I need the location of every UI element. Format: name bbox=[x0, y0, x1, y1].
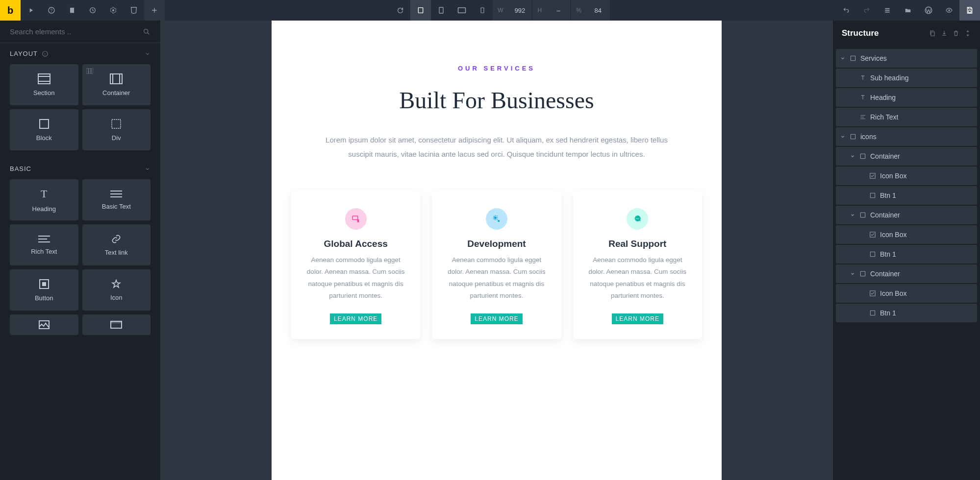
trash-icon[interactable] bbox=[953, 30, 959, 37]
element-rich-text[interactable]: Rich Text bbox=[10, 224, 78, 265]
svg-point-10 bbox=[948, 9, 950, 11]
search-input[interactable] bbox=[10, 27, 143, 36]
info-icon: i bbox=[42, 50, 49, 57]
toggle-icon[interactable] bbox=[849, 213, 856, 217]
node-type-icon bbox=[867, 290, 878, 297]
element-div[interactable]: Div bbox=[82, 109, 151, 150]
toggle-icon[interactable] bbox=[839, 56, 847, 61]
reload-button[interactable] bbox=[390, 0, 410, 21]
pages-button[interactable] bbox=[62, 0, 82, 21]
svg-rect-23 bbox=[40, 120, 49, 128]
copy-icon[interactable] bbox=[929, 30, 936, 37]
viewport-desktop[interactable] bbox=[410, 0, 431, 21]
list-button[interactable] bbox=[877, 0, 898, 21]
element-image[interactable] bbox=[10, 314, 78, 335]
tree-node[interactable]: icons bbox=[836, 127, 977, 146]
learn-more-button[interactable]: LEARN MORE bbox=[330, 313, 381, 324]
undo-button[interactable] bbox=[836, 0, 856, 21]
add-element-button[interactable] bbox=[144, 0, 165, 21]
tree-node[interactable]: Icon Box bbox=[836, 284, 977, 303]
tree-node[interactable]: Btn 1 bbox=[836, 186, 977, 205]
expand-icon[interactable] bbox=[964, 30, 971, 37]
hero-heading[interactable]: Built For Businesses bbox=[291, 87, 702, 114]
tree-node[interactable]: Heading bbox=[836, 88, 977, 107]
history-button[interactable] bbox=[82, 0, 103, 21]
element-video[interactable] bbox=[82, 314, 151, 335]
logo[interactable]: b bbox=[0, 0, 21, 21]
width-value[interactable]: 992 bbox=[508, 0, 531, 21]
settings-button[interactable] bbox=[103, 0, 124, 21]
node-label: Icon Box bbox=[880, 231, 906, 239]
category-layout[interactable]: LAYOUT i bbox=[0, 43, 160, 64]
viewport-tablet-portrait[interactable] bbox=[431, 0, 452, 21]
tree-node[interactable]: Container bbox=[836, 264, 977, 283]
toggle-icon[interactable] bbox=[849, 154, 856, 159]
download-icon[interactable] bbox=[941, 30, 948, 37]
tree-node[interactable]: Sub heading bbox=[836, 69, 977, 87]
element-container[interactable]: Container bbox=[82, 64, 151, 105]
card-development[interactable]: Development Aenean commodo ligula egget … bbox=[432, 191, 561, 339]
element-heading[interactable]: T Heading bbox=[10, 179, 78, 220]
node-label: Rich Text bbox=[870, 113, 898, 121]
svg-rect-5 bbox=[418, 8, 423, 13]
eyebrow[interactable]: OUR SERVICES bbox=[291, 65, 702, 72]
card-real-support[interactable]: Real Support Aenean commodo ligula egget… bbox=[573, 191, 702, 339]
node-label: Container bbox=[870, 152, 900, 160]
css-button[interactable] bbox=[124, 0, 144, 21]
redo-button[interactable] bbox=[856, 0, 877, 21]
tree-node[interactable]: Icon Box bbox=[836, 167, 977, 185]
tree-node[interactable]: Btn 1 bbox=[836, 304, 977, 322]
tree-node[interactable]: Container bbox=[836, 206, 977, 224]
svg-rect-46 bbox=[860, 154, 865, 158]
node-type-icon bbox=[848, 55, 858, 62]
element-basic-text[interactable]: Basic Text bbox=[82, 179, 151, 220]
svg-rect-17 bbox=[86, 68, 88, 74]
wordpress-button[interactable] bbox=[918, 0, 939, 21]
card-text: Aenean commodo ligula egget dolor. Aenea… bbox=[445, 254, 548, 302]
structure-tree: ServicesSub headingHeadingRich Texticons… bbox=[833, 46, 980, 326]
tree-node[interactable]: Container bbox=[836, 147, 977, 166]
element-icon[interactable]: Icon bbox=[82, 269, 151, 311]
zoom-label: % bbox=[571, 0, 586, 21]
svg-rect-32 bbox=[42, 282, 46, 286]
play-button[interactable] bbox=[21, 0, 41, 21]
zoom-value[interactable]: 84 bbox=[586, 0, 610, 21]
viewport-tablet-landscape[interactable] bbox=[452, 0, 472, 21]
height-value[interactable]: – bbox=[547, 0, 570, 21]
node-label: Icon Box bbox=[880, 172, 906, 180]
tree-node[interactable]: Btn 1 bbox=[836, 245, 977, 264]
help-button[interactable]: ? bbox=[41, 0, 62, 21]
svg-text:i: i bbox=[45, 52, 46, 55]
card-global-access[interactable]: Global Access Aenean commodo ligula egge… bbox=[291, 191, 420, 339]
node-label: Btn 1 bbox=[880, 309, 896, 317]
viewport-mobile[interactable] bbox=[472, 0, 493, 21]
tree-node[interactable]: Icon Box bbox=[836, 225, 977, 244]
tree-node[interactable]: Rich Text bbox=[836, 108, 977, 126]
element-button[interactable]: Button bbox=[10, 269, 78, 311]
element-block[interactable]: Block bbox=[10, 109, 78, 150]
learn-more-button[interactable]: LEARN MORE bbox=[612, 313, 663, 324]
svg-point-41 bbox=[637, 218, 638, 219]
node-label: Sub heading bbox=[870, 74, 909, 82]
preview-button[interactable] bbox=[939, 0, 959, 21]
toggle-icon[interactable] bbox=[839, 134, 847, 139]
canvas[interactable]: OUR SERVICES Built For Businesses Lorem … bbox=[160, 21, 833, 480]
div-icon bbox=[111, 119, 122, 129]
svg-rect-35 bbox=[111, 321, 122, 323]
structure-title: Structure bbox=[842, 28, 879, 38]
node-type-icon bbox=[857, 153, 868, 160]
learn-more-button[interactable]: LEARN MORE bbox=[471, 313, 522, 324]
node-label: Container bbox=[870, 211, 900, 219]
save-button[interactable] bbox=[959, 0, 980, 21]
element-section[interactable]: Section bbox=[10, 64, 78, 105]
category-basic[interactable]: BASIC bbox=[0, 158, 160, 179]
tree-node[interactable]: Services bbox=[836, 49, 977, 68]
element-text-link[interactable]: Text link bbox=[82, 224, 151, 265]
node-type-icon bbox=[857, 114, 868, 120]
element-label: Heading bbox=[32, 205, 56, 213]
hero-paragraph[interactable]: Lorem ipsum dolor sit amet, consectetur … bbox=[315, 133, 678, 161]
folder-button[interactable] bbox=[898, 0, 918, 21]
toggle-icon[interactable] bbox=[849, 271, 856, 276]
element-label: Rich Text bbox=[31, 248, 57, 255]
svg-rect-54 bbox=[870, 311, 875, 315]
